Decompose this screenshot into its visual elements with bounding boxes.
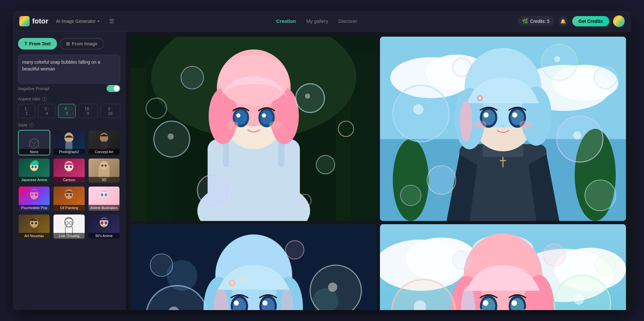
hamburger-button[interactable]: ☰ bbox=[107, 16, 116, 27]
ratio-3-4[interactable]: 3 : 4 bbox=[38, 104, 55, 118]
style-3d[interactable]: 3D bbox=[88, 158, 120, 183]
tab-from-image[interactable]: ⊞ From Image bbox=[60, 38, 104, 50]
svg-point-56 bbox=[236, 114, 241, 118]
svg-point-113 bbox=[401, 185, 421, 206]
image-icon: ⊞ bbox=[66, 41, 70, 46]
svg-point-184 bbox=[543, 243, 565, 266]
logo: fotor bbox=[19, 16, 48, 26]
mode-tabs: T From Text ⊞ From Image bbox=[18, 38, 120, 50]
svg-point-22 bbox=[70, 194, 72, 196]
svg-point-105 bbox=[557, 116, 603, 162]
style-label: Style bbox=[18, 123, 27, 127]
svg-rect-14 bbox=[100, 161, 108, 170]
svg-point-99 bbox=[484, 113, 489, 118]
svg-point-111 bbox=[453, 58, 471, 77]
ratio-16-9[interactable]: 16 : 9 bbox=[78, 104, 98, 118]
avatar[interactable] bbox=[613, 15, 625, 27]
negative-prompt-row: Negative Prompt bbox=[18, 85, 120, 92]
svg-point-178 bbox=[574, 294, 584, 305]
style-cartoon[interactable]: Cartoon bbox=[53, 158, 85, 183]
prompt-input[interactable]: many colorful soap bubbles falling on a … bbox=[18, 55, 120, 84]
svg-point-108 bbox=[554, 56, 560, 62]
nav-gallery[interactable]: My gallery bbox=[306, 17, 328, 25]
credits-badge: 🌿 Credits: 5 bbox=[517, 16, 554, 26]
svg-point-100 bbox=[512, 113, 517, 118]
style-none[interactable]: None bbox=[18, 130, 50, 155]
style-cartoon-label: Cartoon bbox=[53, 177, 84, 183]
image-card-2[interactable] bbox=[380, 37, 626, 221]
svg-point-92 bbox=[460, 101, 472, 142]
style-psychedelic-pop[interactable]: Psychedelic Pop bbox=[18, 186, 50, 211]
svg-point-12 bbox=[70, 166, 72, 168]
aspect-ratio-row: 1 : 1 3 : 4 4 : 3 16 : 9 9 : 16 bbox=[18, 104, 120, 118]
svg-point-30 bbox=[66, 221, 68, 225]
style-art-nouveau[interactable]: Art Nouveau bbox=[18, 214, 50, 239]
svg-point-185 bbox=[453, 251, 471, 269]
tab-from-text[interactable]: T From Text bbox=[18, 38, 57, 50]
app-selector[interactable]: AI Image Generator ▾ bbox=[53, 17, 102, 25]
style-oil-painting[interactable]: Oil Painting bbox=[53, 186, 85, 211]
svg-point-9 bbox=[35, 166, 37, 168]
svg-point-150 bbox=[286, 241, 304, 259]
svg-point-102 bbox=[519, 121, 533, 129]
get-credits-button[interactable]: Get Credits bbox=[572, 16, 609, 26]
aspect-ratio-section-label: Aspect ratio i bbox=[18, 96, 120, 101]
notification-bell-icon[interactable]: 🔔 bbox=[558, 16, 568, 26]
svg-point-106 bbox=[573, 131, 581, 139]
svg-point-71 bbox=[197, 175, 228, 206]
style-line-drawing-label: Line Drawing bbox=[53, 233, 84, 239]
svg-point-62 bbox=[168, 133, 174, 140]
svg-point-25 bbox=[105, 193, 107, 197]
nav-discover[interactable]: Discover bbox=[338, 17, 357, 25]
tab-from-image-label: From Image bbox=[72, 41, 97, 46]
style-photo2-label: Photograph2 bbox=[53, 149, 84, 155]
images-area bbox=[126, 32, 631, 310]
svg-point-65 bbox=[305, 94, 310, 99]
style-info-icon[interactable]: i bbox=[29, 123, 34, 127]
svg-point-35 bbox=[105, 221, 107, 225]
style-grid: None Photograph2 bbox=[18, 130, 120, 239]
svg-point-16 bbox=[105, 165, 107, 167]
app-selector-label: AI Image Generator bbox=[56, 19, 96, 24]
svg-point-109 bbox=[427, 166, 456, 194]
app-window: fotor AI Image Generator ▾ ☰ Creation My… bbox=[13, 11, 631, 310]
image-card-3[interactable] bbox=[131, 224, 377, 310]
chevron-down-icon: ▾ bbox=[98, 19, 99, 23]
aspect-ratio-info-icon[interactable]: i bbox=[42, 97, 47, 101]
tab-from-text-label: From Text bbox=[29, 41, 51, 46]
style-japanese-anime-label: Japanese Anime bbox=[19, 177, 50, 183]
image-card-1[interactable] bbox=[131, 37, 377, 221]
image-card-4[interactable] bbox=[380, 224, 626, 310]
nav-creation[interactable]: Creation bbox=[276, 17, 296, 25]
style-concept-art[interactable]: Concept Art bbox=[88, 130, 120, 155]
ratio-4-3[interactable]: 4 : 3 bbox=[58, 104, 75, 118]
style-none-label: None bbox=[19, 149, 50, 155]
svg-point-59 bbox=[269, 121, 281, 129]
svg-point-128 bbox=[231, 281, 234, 285]
nav-right: 🌿 Credits: 5 🔔 Get Credits bbox=[517, 15, 625, 27]
logo-text: fotor bbox=[32, 17, 48, 25]
svg-point-107 bbox=[541, 44, 577, 80]
style-90s-anime[interactable]: 90's Anime bbox=[88, 214, 120, 239]
style-photograph2[interactable]: Photograph2 bbox=[53, 130, 85, 155]
svg-point-18 bbox=[31, 194, 33, 196]
svg-point-112 bbox=[585, 180, 616, 211]
svg-point-171 bbox=[483, 300, 488, 306]
credits-label: Credits: 5 bbox=[530, 19, 550, 24]
style-90s-anime-label: 90's Anime bbox=[89, 233, 119, 239]
ratio-9-16[interactable]: 9 : 16 bbox=[100, 104, 120, 118]
svg-point-8 bbox=[32, 166, 33, 168]
svg-point-67 bbox=[181, 66, 204, 89]
style-3d-label: 3D bbox=[89, 177, 119, 183]
svg-point-28 bbox=[35, 222, 37, 224]
svg-point-144 bbox=[328, 282, 337, 292]
style-japanese-anime[interactable]: Japanese Anime bbox=[18, 158, 50, 183]
svg-point-69 bbox=[316, 155, 335, 174]
style-line-drawing[interactable]: Line Drawing bbox=[53, 214, 85, 239]
negative-prompt-label: Negative Prompt bbox=[18, 86, 49, 91]
ratio-1-1[interactable]: 1 : 1 bbox=[18, 104, 35, 118]
style-anime-illustration[interactable]: Anime Illustration bbox=[88, 186, 120, 211]
negative-prompt-toggle[interactable] bbox=[107, 85, 120, 92]
style-anime-illustration-label: Anime Illustration bbox=[89, 205, 119, 211]
svg-point-64 bbox=[296, 84, 325, 112]
